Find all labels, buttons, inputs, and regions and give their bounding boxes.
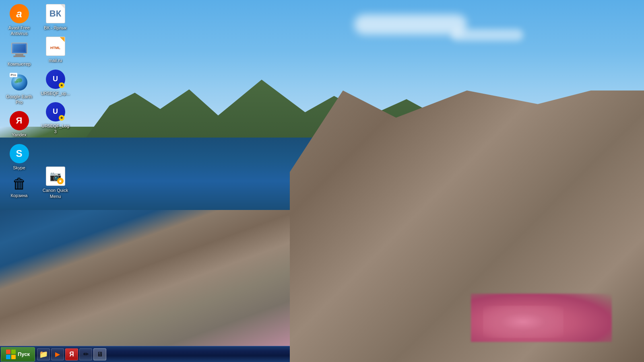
- icon-mailru[interactable]: HTML mail.ru: [38, 35, 72, 65]
- logo-q1: [6, 350, 10, 354]
- avast-icon-img: a: [10, 4, 29, 23]
- mailru-icon-img: HTML: [46, 37, 65, 56]
- icon-canon[interactable]: ★ 📷 Canon Quick Menu: [38, 165, 72, 201]
- icon-trash[interactable]: 🗑 Корзина: [2, 175, 36, 200]
- windows-logo-icon: [6, 350, 16, 359]
- icon-ur-up[interactable]: U ★ UR5EQF_up...: [38, 68, 72, 98]
- icon-skype[interactable]: S Skype: [2, 142, 36, 173]
- ur-log-icon-img: U ★: [46, 102, 65, 121]
- icon-computer[interactable]: Компьютер: [2, 41, 36, 69]
- logo-q2: [11, 350, 16, 354]
- ge-icon-img: Pro: [10, 73, 29, 92]
- trash-icon-img: 🗑: [12, 177, 27, 191]
- start-button[interactable]: Пуск: [1, 347, 35, 362]
- vk-icon-img: ВК: [46, 4, 65, 23]
- computer-icon-img: [10, 43, 29, 60]
- desktop-icons-col2: ВК ВК - Ярлык HTML mail.ru U ★ UR5EQF_up…: [38, 2, 72, 201]
- taskbar-items: 📁 ▶ Я ✏ 🖥: [37, 348, 106, 360]
- logo-q3: [6, 355, 10, 359]
- taskbar-item-pencil[interactable]: ✏: [79, 348, 92, 360]
- ge-label: Google Earth Pro: [4, 94, 34, 105]
- taskbar-item-yandex[interactable]: Я: [65, 348, 78, 360]
- icon-yandex[interactable]: Я Yandex: [2, 109, 36, 140]
- start-label: Пуск: [18, 351, 30, 357]
- icon-ur-log[interactable]: U ★ UR5EQF_Log 3: [38, 100, 72, 137]
- vk-label: ВК - Ярлык: [44, 25, 66, 31]
- logo-q4: [11, 355, 16, 359]
- yandex-label: Yandex: [12, 132, 27, 138]
- yandex-icon-img: Я: [10, 111, 29, 130]
- icon-avast[interactable]: a Avast Free Antivirus: [2, 2, 36, 39]
- mailru-label: mail.ru: [49, 58, 62, 63]
- ur-log-label: UR5EQF_Log 3: [40, 123, 70, 135]
- canon-label: Canon Quick Menu: [40, 187, 70, 199]
- avast-label: Avast Free Antivirus: [4, 25, 34, 37]
- icon-google-earth[interactable]: Pro Google Earth Pro: [2, 71, 36, 107]
- taskbar-item-explorer[interactable]: 📁: [37, 348, 50, 360]
- canon-icon-img: ★ 📷: [46, 167, 65, 186]
- flowers-2: [483, 306, 564, 338]
- desktop-icons-col1: a Avast Free Antivirus Компьютер: [2, 2, 36, 200]
- skype-icon-img: S: [10, 144, 29, 163]
- taskbar-item-monitor[interactable]: 🖥: [93, 348, 106, 360]
- skype-label: Skype: [13, 165, 25, 171]
- cloud-1: [354, 14, 467, 35]
- desktop: a Avast Free Antivirus Компьютер: [0, 0, 644, 362]
- ur-up-icon-img: U ★: [46, 70, 65, 89]
- ur-up-label: UR5EQF_up...: [41, 90, 70, 96]
- trash-label: Корзина: [11, 193, 28, 198]
- computer-label: Компьютер: [8, 61, 31, 67]
- taskbar-item-media[interactable]: ▶: [51, 348, 64, 360]
- icon-vk[interactable]: ВК ВК - Ярлык: [38, 2, 72, 33]
- cloud-2: [451, 29, 523, 41]
